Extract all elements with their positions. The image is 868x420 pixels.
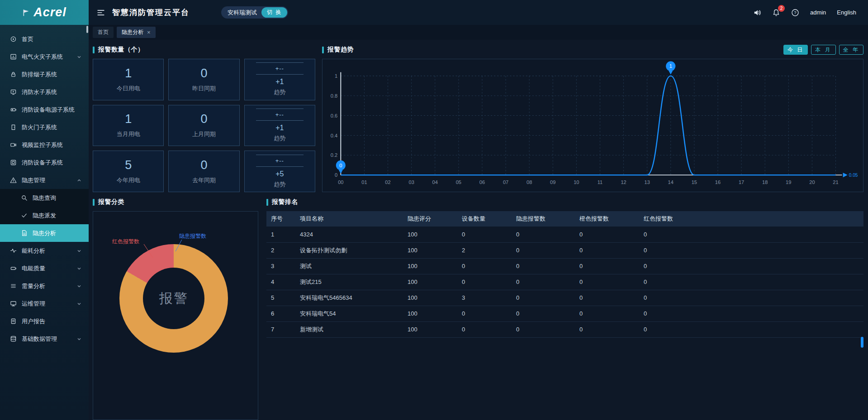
sidebar-item-label: 防排烟子系统 <box>22 71 81 79</box>
tab-close-icon[interactable]: × <box>147 29 151 35</box>
svg-text:14: 14 <box>668 179 674 185</box>
sidebar-item-label: 隐患查询 <box>33 194 81 202</box>
sidebar-item-energy-analysis[interactable]: 能耗分析 <box>0 242 89 260</box>
alarm-count-section: 报警数量（个） 1今日用电0昨日同期+--+1趋势1当月用电0上月同期+--+1… <box>93 44 315 192</box>
svg-text:01: 01 <box>361 179 367 185</box>
sidebar-item-hazard-dispatch[interactable]: 隐患派发 <box>0 207 89 224</box>
range-button-month[interactable]: 本 月 <box>811 45 835 55</box>
sidebar-item-ops-management[interactable]: 运维管理 <box>0 295 89 312</box>
sidebar-collapse-icon[interactable] <box>97 9 105 17</box>
alarm-trend-line-chart: 00.20.40.60.8100010203040506070809101112… <box>323 59 863 192</box>
sidebar-item-smoke-exhaust[interactable]: 防排烟子系统 <box>0 66 89 83</box>
table-cell: 100 <box>403 242 457 258</box>
range-button-today[interactable]: 今 日 <box>783 45 808 55</box>
notification-badge: 2 <box>778 5 785 12</box>
divider <box>256 74 304 75</box>
sidebar-item-fire-water[interactable]: 消防水子系统 <box>0 83 89 101</box>
column-header-5: 橙色报警数 <box>575 211 639 227</box>
table-cell: 2 <box>266 242 295 258</box>
sidebar-item-user-report[interactable]: 用户报告 <box>0 312 89 330</box>
help-icon[interactable]: ? <box>791 9 799 17</box>
table-cell: 6 <box>266 306 295 321</box>
sidebar-nav: 首页电气火灾子系统防排烟子系统消防水子系统消防设备电源子系统防火门子系统视频监控… <box>0 30 89 348</box>
sidebar-item-base-data[interactable]: 基础数据管理 <box>0 330 89 348</box>
sidebar-item-electrical-fire[interactable]: 电气火灾子系统 <box>0 48 89 66</box>
sidebar-item-hazard-management[interactable]: 隐患管理 <box>0 171 89 189</box>
table-cell: 0 <box>457 306 512 321</box>
equipment-power-icon <box>10 106 17 113</box>
sidebar-item-home[interactable]: 首页 <box>0 30 89 48</box>
page-title: 智慧消防管理云平台 <box>112 7 190 18</box>
svg-text:21: 21 <box>833 179 838 185</box>
sidebar-item-label: 电能质量 <box>22 264 77 273</box>
battery-icon <box>10 265 17 272</box>
sidebar-item-hazard-analysis[interactable]: 隐患分析 <box>0 224 89 242</box>
sidebar-item-video-monitor[interactable]: 视频监控子系统 <box>0 136 89 154</box>
chevron-down-icon <box>77 266 81 271</box>
table-cell: 0 <box>639 290 863 306</box>
section-title: 报警排名 <box>272 198 298 206</box>
logo-flag-icon <box>22 9 30 17</box>
chevron-down-icon <box>77 249 81 253</box>
table-cell: 测试215 <box>295 274 403 290</box>
sidebar-scrollbar[interactable] <box>86 26 88 33</box>
svg-text:0.4: 0.4 <box>331 132 337 138</box>
logo-text: Acrel <box>33 5 66 19</box>
table-row-0: 143241000000 <box>266 227 863 242</box>
table-cell: 0 <box>512 321 575 337</box>
sidebar-item-label: 隐患管理 <box>22 176 77 184</box>
tab-home[interactable]: 首页 <box>93 27 114 38</box>
table-cell: 0 <box>639 258 863 274</box>
alarm-ranking-table: 序号项目名称隐患评分设备数量隐患报警数橙色报警数红色报警数 1432410000… <box>266 211 863 338</box>
table-row-2: 3测试1000000 <box>266 258 863 274</box>
sidebar-item-demand-analysis[interactable]: 需量分析 <box>0 277 89 295</box>
pie-label-red-alarms: 红色报警数 <box>112 238 139 245</box>
stat-cards-grid: 1今日用电0昨日同期+--+1趋势1当月用电0上月同期+--+1趋势5今年用电0… <box>93 59 315 192</box>
sidebar-item-label: 运维管理 <box>22 300 77 308</box>
table-cell: 0 <box>512 274 575 290</box>
card-label: 今年用电 <box>117 176 140 184</box>
table-cell: 100 <box>403 274 457 290</box>
chevron-down-icon <box>77 55 81 59</box>
table-cell: 0 <box>512 290 575 306</box>
table-cell: 0 <box>575 290 639 306</box>
range-buttons: 今 日 本 月 全 年 <box>783 45 863 55</box>
svg-text:1: 1 <box>335 73 337 79</box>
section-accent-bar <box>266 199 268 206</box>
card-label: 今日用电 <box>117 85 140 93</box>
admin-menu[interactable]: admin <box>810 9 826 16</box>
table-row-5: 6安科瑞电气541000000 <box>266 306 863 321</box>
table-cell: 设备拓扑测试勿删 <box>295 242 403 258</box>
svg-text:04: 04 <box>432 179 438 185</box>
switch-project-button[interactable]: 切 换 <box>261 7 287 18</box>
svg-text:08: 08 <box>526 179 532 185</box>
stat-card-0: 1今日用电 <box>93 59 164 100</box>
range-button-year[interactable]: 全 年 <box>839 45 863 55</box>
tab-hazard-analysis[interactable]: 隐患分析 × <box>117 27 156 38</box>
check-icon <box>21 212 28 219</box>
section-header: 报警排名 <box>266 196 863 208</box>
svg-text:15: 15 <box>692 179 697 185</box>
table-cell: 3 <box>457 290 512 306</box>
table-scrollbar-thumb[interactable] <box>861 337 863 348</box>
volume-icon[interactable] <box>753 9 761 17</box>
table-cell: 0 <box>639 242 863 258</box>
sidebar-item-fire-equipment[interactable]: 消防设备子系统 <box>0 154 89 171</box>
stat-card-1: 0昨日同期 <box>168 59 239 100</box>
table-header-row: 序号项目名称隐患评分设备数量隐患报警数橙色报警数红色报警数 <box>266 211 863 227</box>
column-header-1: 项目名称 <box>295 211 403 227</box>
sidebar-item-equipment-power[interactable]: 消防设备电源子系统 <box>0 101 89 118</box>
fire-equipment-icon <box>10 159 17 166</box>
sidebar-item-hazard-query[interactable]: 隐患查询 <box>0 189 89 207</box>
language-switch[interactable]: English <box>837 9 856 16</box>
stat-card-7: 0去年同期 <box>168 151 239 192</box>
tab-label: 首页 <box>98 28 109 36</box>
notifications-bell-icon[interactable]: 2 <box>772 9 780 17</box>
sidebar-item-label: 消防水子系统 <box>22 88 81 96</box>
sidebar-item-fire-door[interactable]: 防火门子系统 <box>0 118 89 136</box>
section-header: 报警趋势 今 日 本 月 全 年 <box>322 44 863 56</box>
card-value: 1 <box>125 66 132 80</box>
report-icon <box>10 318 17 325</box>
sidebar-item-power-quality[interactable]: 电能质量 <box>0 260 89 277</box>
table-cell: 0 <box>457 274 512 290</box>
